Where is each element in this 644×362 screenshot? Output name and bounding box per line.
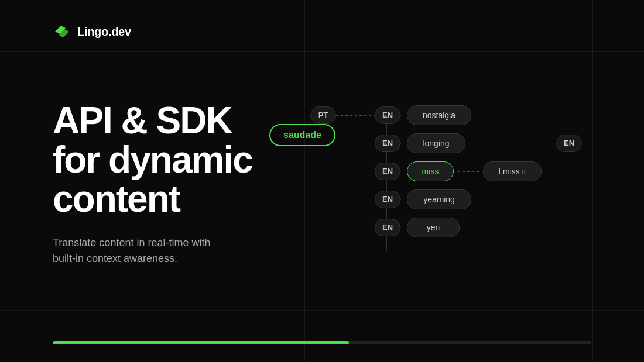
word-nostalgia: nostalgia (407, 105, 471, 125)
word-longing: longing (407, 133, 465, 153)
lang-badge-en-1: EN (375, 135, 400, 152)
left-section: API & SDKfor dynamiccontent Translate co… (53, 101, 252, 267)
word-yen: yen (407, 218, 460, 237)
content-area: API & SDKfor dynamiccontent Translate co… (53, 41, 591, 362)
lang-badge-en-3: EN (375, 191, 400, 208)
word-miss: miss (407, 161, 454, 181)
lang-badge-pt: PT (310, 106, 336, 124)
lang-badge-en-4: EN (375, 219, 400, 236)
logo-text: Lingo.dev (77, 25, 131, 39)
source-word-saudade: saudade (269, 124, 335, 146)
lang-badge-en-0: EN (375, 106, 400, 124)
subtext: Translate content in real-time withbuilt… (53, 235, 252, 267)
word-yearning: yearning (407, 189, 471, 209)
lingo-logo-icon (53, 22, 71, 41)
headline: API & SDKfor dynamiccontent (53, 101, 252, 219)
header: Lingo.dev (53, 0, 591, 41)
main-container: Lingo.dev API & SDKfor dynamiccontent Tr… (0, 0, 644, 362)
lang-badge-en-2: EN (375, 163, 400, 180)
translation-diagram: EN nostalgia PT saudade EN longing EN mi… (310, 96, 591, 272)
lang-badge-en-context: EN (556, 135, 582, 152)
context-i-miss-it: I miss it (483, 161, 542, 181)
